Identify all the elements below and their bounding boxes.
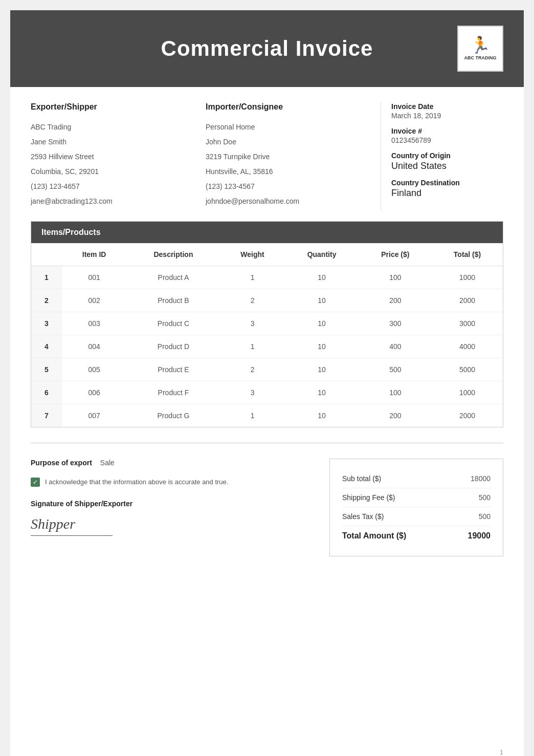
subtotal-value: 18000	[471, 474, 491, 483]
table-header-row: Item ID Description Weight Quantity Pric…	[31, 243, 503, 266]
row-weight: 1	[220, 335, 285, 358]
invoice-number-value: 0123456789	[391, 136, 503, 144]
exporter-address1: 2593 Hillview Street	[31, 152, 195, 162]
row-price: 100	[359, 266, 432, 289]
meta-col: Invoice Date March 18, 2019 Invoice # 01…	[381, 102, 503, 211]
row-quantity: 10	[284, 358, 359, 381]
purpose-label: Purpose of export	[31, 459, 92, 467]
row-item-id: 007	[62, 404, 126, 427]
row-quantity: 10	[284, 266, 359, 289]
footer-section: Purpose of export Sale ✓ I acknowledge t…	[10, 443, 524, 572]
row-price: 200	[359, 289, 432, 312]
total-label: Total Amount ($)	[342, 531, 406, 541]
row-item-id: 006	[62, 381, 126, 404]
exporter-col: Exporter/Shipper ABC Trading Jane Smith …	[31, 102, 206, 211]
subtotal-label: Sub total ($)	[342, 474, 381, 483]
subtotal-row: Sub total ($) 18000	[342, 469, 491, 488]
exporter-company: ABC Trading	[31, 122, 195, 133]
acknowledge-row: ✓ I acknowledge that the information abo…	[31, 477, 309, 487]
info-section: Exporter/Shipper ABC Trading Jane Smith …	[10, 87, 524, 221]
col-item-id: Item ID	[62, 243, 126, 266]
logo-icon: 🏃	[470, 37, 491, 53]
logo: 🏃 ABC TRADING	[457, 26, 503, 72]
shipping-value: 500	[479, 493, 491, 502]
purpose-row: Purpose of export Sale	[31, 459, 309, 467]
col-weight: Weight	[220, 243, 285, 266]
row-description: Product C	[126, 312, 220, 335]
shipping-label: Shipping Fee ($)	[342, 493, 395, 502]
row-description: Product A	[126, 266, 220, 289]
tax-row: Sales Tax ($) 500	[342, 507, 491, 526]
page-title: Commercial Invoice	[77, 36, 457, 61]
row-description: Product E	[126, 358, 220, 381]
col-quantity: Quantity	[284, 243, 359, 266]
importer-name: John Doe	[206, 137, 370, 147]
row-price: 100	[359, 381, 432, 404]
footer-left: Purpose of export Sale ✓ I acknowledge t…	[31, 459, 309, 536]
row-number: 1	[31, 266, 62, 289]
col-row-num	[31, 243, 62, 266]
country-origin-value: United States	[391, 161, 503, 171]
checkmark-icon: ✓	[33, 479, 38, 485]
total-row: Total Amount ($) 19000	[342, 526, 491, 546]
acknowledge-text: I acknowledge that the information above…	[45, 477, 228, 487]
row-price: 300	[359, 312, 432, 335]
importer-address2: Huntsville, AL, 35816	[206, 166, 370, 177]
row-quantity: 10	[284, 289, 359, 312]
row-total: 3000	[432, 312, 503, 335]
row-price: 400	[359, 335, 432, 358]
logo-text: ABC TRADING	[464, 55, 497, 61]
row-weight: 3	[220, 381, 285, 404]
row-item-id: 005	[62, 358, 126, 381]
acknowledge-checkbox[interactable]: ✓	[31, 478, 40, 487]
page-number: 1	[500, 748, 503, 756]
row-weight: 1	[220, 404, 285, 427]
exporter-heading: Exporter/Shipper	[31, 102, 195, 114]
table-row: 1 001 Product A 1 10 100 1000	[31, 266, 503, 289]
signature-image: Shipper	[31, 516, 113, 532]
row-total: 5000	[432, 358, 503, 381]
country-dest-value: Finland	[391, 188, 503, 199]
table-row: 3 003 Product C 3 10 300 3000	[31, 312, 503, 335]
row-weight: 2	[220, 358, 285, 381]
importer-address1: 3219 Turnpike Drive	[206, 152, 370, 162]
row-total: 1000	[432, 381, 503, 404]
tax-value: 500	[479, 512, 491, 521]
row-weight: 3	[220, 312, 285, 335]
page-header: Commercial Invoice 🏃 ABC TRADING	[10, 10, 524, 87]
importer-heading: Importer/Consignee	[206, 102, 370, 114]
row-item-id: 003	[62, 312, 126, 335]
row-item-id: 004	[62, 335, 126, 358]
items-heading: Items/Products	[31, 222, 503, 243]
col-description: Description	[126, 243, 220, 266]
row-total: 1000	[432, 266, 503, 289]
row-total: 2000	[432, 289, 503, 312]
row-total: 4000	[432, 335, 503, 358]
row-number: 6	[31, 381, 62, 404]
table-row: 6 006 Product F 3 10 100 1000	[31, 381, 503, 404]
table-row: 5 005 Product E 2 10 500 5000	[31, 358, 503, 381]
purpose-value: Sale	[100, 459, 115, 467]
row-weight: 2	[220, 289, 285, 312]
row-quantity: 10	[284, 381, 359, 404]
row-price: 500	[359, 358, 432, 381]
row-number: 2	[31, 289, 62, 312]
table-row: 4 004 Product D 1 10 400 4000	[31, 335, 503, 358]
exporter-email: jane@abctrading123.com	[31, 196, 195, 207]
importer-col: Importer/Consignee Personal Home John Do…	[206, 102, 381, 211]
importer-company: Personal Home	[206, 122, 370, 133]
row-number: 5	[31, 358, 62, 381]
row-number: 3	[31, 312, 62, 335]
table-row: 2 002 Product B 2 10 200 2000	[31, 289, 503, 312]
table-row: 7 007 Product G 1 10 200 2000	[31, 404, 503, 427]
row-weight: 1	[220, 266, 285, 289]
row-number: 4	[31, 335, 62, 358]
row-description: Product D	[126, 335, 220, 358]
row-quantity: 10	[284, 312, 359, 335]
summary-box: Sub total ($) 18000 Shipping Fee ($) 500…	[329, 459, 503, 556]
items-table: Item ID Description Weight Quantity Pric…	[31, 243, 503, 427]
items-section: Items/Products Item ID Description Weigh…	[31, 221, 503, 427]
col-total: Total ($)	[432, 243, 503, 266]
shipping-row: Shipping Fee ($) 500	[342, 488, 491, 507]
row-description: Product G	[126, 404, 220, 427]
